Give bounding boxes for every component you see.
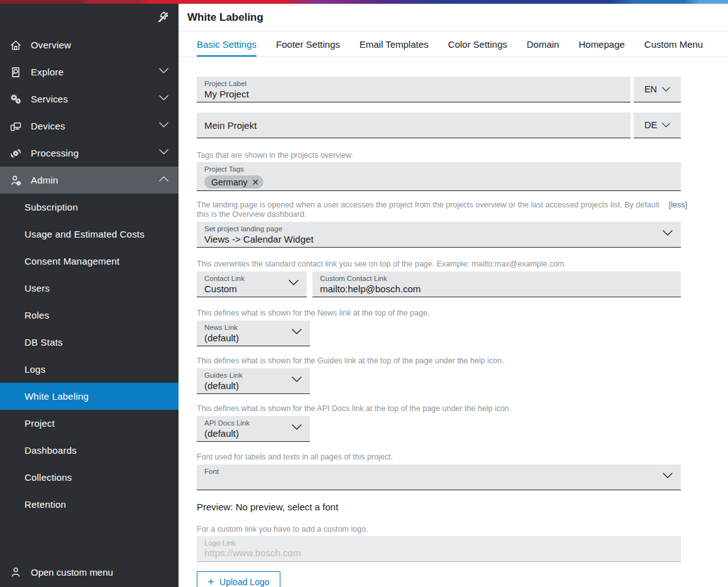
field-value: (default) bbox=[204, 380, 302, 392]
sidebar-item-retention[interactable]: Retention bbox=[0, 491, 179, 518]
sidebar-item-overview[interactable]: Overview bbox=[0, 31, 179, 58]
remove-tag-icon[interactable]: ✕ bbox=[252, 177, 260, 187]
language-select-en[interactable]: EN bbox=[634, 77, 681, 102]
chevron-down-icon bbox=[662, 87, 670, 92]
sidebar-item-collections[interactable]: Collections bbox=[0, 464, 179, 491]
upload-logo-button[interactable]: + Upload Logo bbox=[197, 571, 280, 587]
field-value: Custom bbox=[204, 283, 299, 295]
sub-item-label: DB Stats bbox=[25, 337, 63, 348]
tab-label: Footer Settings bbox=[276, 39, 340, 50]
sub-item-label: White Labeling bbox=[25, 391, 89, 402]
basic-settings-form: Project Label My Project EN Mein Projekt… bbox=[179, 58, 728, 587]
guides-link-select[interactable]: Guides Link (default) bbox=[197, 368, 310, 394]
landing-page-select[interactable]: Set project landing page Views -> Calend… bbox=[197, 222, 681, 248]
field-value: mailto:help@bosch.com bbox=[320, 283, 673, 295]
tab-color-settings[interactable]: Color Settings bbox=[448, 31, 507, 57]
sidebar-item-label: Overview bbox=[31, 40, 71, 50]
language-code: DE bbox=[644, 120, 657, 130]
tag-chip-label: Germany bbox=[211, 177, 248, 187]
tab-label: Color Settings bbox=[448, 39, 507, 50]
sidebar-item-project[interactable]: Project bbox=[0, 410, 179, 437]
font-select[interactable]: Font bbox=[197, 464, 681, 490]
sidebar-item-white-labeling[interactable]: White Labeling bbox=[0, 383, 179, 410]
language-select-de[interactable]: DE bbox=[634, 112, 681, 138]
sidebar-item-logs[interactable]: Logs bbox=[0, 356, 179, 383]
sub-item-label: Retention bbox=[25, 499, 66, 510]
unpin-icon[interactable] bbox=[156, 10, 170, 24]
api-docs-link-select[interactable]: API Docs Link (default) bbox=[197, 416, 310, 442]
landing-hint-row: The landing page is opened when a user a… bbox=[197, 200, 681, 219]
tab-basic-settings[interactable]: Basic Settings bbox=[197, 31, 256, 57]
sidebar-item-db-stats[interactable]: DB Stats bbox=[0, 329, 179, 356]
sidebar-item-roles[interactable]: Roles bbox=[0, 302, 179, 329]
upload-logo-label: Upload Logo bbox=[219, 577, 269, 587]
landing-hint: The landing page is opened when a user a… bbox=[197, 200, 660, 219]
chevron-down-icon bbox=[662, 123, 670, 128]
project-tags-field[interactable]: Project Tags Germany ✕ bbox=[197, 162, 681, 191]
chevron-down-icon bbox=[159, 68, 168, 74]
tag-chip[interactable]: Germany ✕ bbox=[204, 175, 263, 189]
sub-item-label: Collections bbox=[25, 472, 72, 483]
field-value: My Project bbox=[204, 88, 623, 100]
project-label-de-field[interactable]: Mein Projekt bbox=[197, 112, 631, 138]
sidebar-item-services[interactable]: Services bbox=[0, 85, 179, 112]
sidebar-item-dashboards[interactable]: Dashboards bbox=[0, 437, 179, 464]
project-label-field[interactable]: Project Label My Project bbox=[197, 77, 631, 102]
sub-item-label: Roles bbox=[25, 310, 49, 321]
sidebar-item-users[interactable]: Users bbox=[0, 275, 179, 302]
logo-link-input[interactable] bbox=[204, 547, 673, 558]
tab-domain[interactable]: Domain bbox=[527, 31, 560, 57]
sidebar-item-devices[interactable]: Devices bbox=[0, 112, 179, 140]
sub-item-label: Project bbox=[25, 418, 55, 429]
tab-label: Custom Menu bbox=[644, 39, 703, 50]
news-link-select[interactable]: News Link (default) bbox=[197, 321, 310, 346]
sidebar-item-label: Services bbox=[31, 94, 68, 104]
sidebar-pin-row bbox=[0, 4, 179, 31]
field-label: Contact Link bbox=[204, 275, 299, 283]
font-preview-text: Preview: No preview, select a font bbox=[197, 502, 728, 512]
logo-hint: For a custom link you have to add a cust… bbox=[197, 525, 681, 534]
contact-link-row: Contact Link Custom Custom Contact Link … bbox=[197, 272, 681, 297]
guides-hint: This defines what is shown for the Guide… bbox=[197, 356, 681, 366]
tab-footer-settings[interactable]: Footer Settings bbox=[276, 31, 340, 57]
collapse-hint-link[interactable]: [less] bbox=[669, 200, 687, 210]
tab-custom-menu[interactable]: Custom Menu bbox=[644, 31, 703, 57]
sidebar-item-explore[interactable]: Explore bbox=[0, 58, 179, 85]
contact-hint: This overwrites the standard contact lin… bbox=[197, 260, 681, 269]
sidebar-item-admin[interactable]: Admin bbox=[0, 167, 179, 194]
tab-label: Domain bbox=[527, 39, 560, 50]
font-hint: Font used for labels and texts in all pa… bbox=[197, 453, 681, 462]
custom-contact-link-field[interactable]: Custom Contact Link mailto:help@bosch.co… bbox=[312, 272, 681, 297]
field-value: Views -> Calendar Widget bbox=[204, 233, 673, 245]
chevron-down-icon bbox=[159, 149, 168, 155]
sidebar-item-subscription[interactable]: Subscription bbox=[0, 194, 179, 221]
contact-link-select[interactable]: Contact Link Custom bbox=[197, 272, 307, 297]
admin-submenu: Subscription Usage and Estimated Costs C… bbox=[0, 194, 179, 518]
chevron-down-icon bbox=[292, 376, 302, 382]
tab-email-templates[interactable]: Email Templates bbox=[360, 31, 429, 57]
chevron-down-icon bbox=[159, 122, 168, 128]
tab-homepage[interactable]: Homepage bbox=[578, 31, 624, 57]
field-label: Custom Contact Link bbox=[320, 275, 673, 283]
news-hint: This defines what is shown for the News … bbox=[197, 309, 681, 318]
tab-label: Basic Settings bbox=[197, 39, 256, 50]
field-label: Set project landing page bbox=[204, 225, 673, 233]
language-code: EN bbox=[644, 84, 657, 94]
field-label: Guides Link bbox=[204, 371, 302, 380]
tabbar: Basic Settings Footer Settings Email Tem… bbox=[179, 31, 728, 57]
open-custom-menu-button[interactable]: Open custom menu bbox=[0, 557, 179, 587]
sidebar-item-usage-and-estimated-costs[interactable]: Usage and Estimated Costs bbox=[0, 221, 179, 248]
project-label-row: Project Label My Project EN bbox=[197, 77, 681, 102]
field-value: Mein Projekt bbox=[204, 119, 256, 131]
home-icon bbox=[9, 38, 23, 52]
sidebar-item-processing[interactable]: Processing bbox=[0, 140, 179, 167]
field-label: Logo Link bbox=[204, 539, 673, 547]
page-title: White Labeling bbox=[187, 11, 263, 24]
devices-icon bbox=[9, 119, 23, 133]
project-label-de-row: Mein Projekt DE bbox=[197, 112, 681, 138]
sidebar-item-consent-management[interactable]: Consent Management bbox=[0, 248, 179, 275]
person-icon bbox=[9, 565, 23, 579]
tab-label: Homepage bbox=[578, 39, 624, 50]
chevron-down-icon bbox=[292, 329, 302, 334]
sidebar: Overview Explore Services Devices bbox=[0, 4, 179, 587]
